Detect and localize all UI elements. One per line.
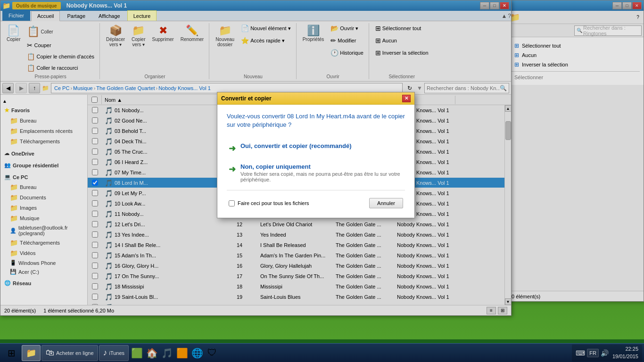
dialog-question: Voulez-vous convertir 08 Lord In My Hear… [227,112,405,129]
dialog-body: Voulez-vous convertir 08 Lord In My Hear… [217,105,414,218]
arrow-no-icon: ➜ [229,164,236,174]
dialog-convertir: Convertir et copier ✕ Voulez-vous conver… [217,92,415,218]
dialog-cancel-btn[interactable]: Annuler [369,198,403,208]
dialog-checkbox-label[interactable]: Faire ceci pour tous les fichiers [229,200,309,206]
dialog-option-yes-title: Oui, convertir et copier (recommandé) [240,142,352,149]
dialog-checkbox-text: Faire ceci pour tous les fichiers [238,200,309,206]
dialog-overlay: Convertir et copier ✕ Voulez-vous conver… [0,0,644,362]
dialog-close-btn[interactable]: ✕ [402,95,411,102]
dialog-option-no[interactable]: ➜ Non, copier uniquement Votre fichier s… [227,159,405,186]
dialog-all-files-checkbox[interactable] [229,200,235,206]
dialog-title-bar: Convertir et copier ✕ [217,92,414,105]
dialog-footer: Faire ceci pour tous les fichiers Annule… [227,194,405,210]
dialog-option-no-title: Non, copier uniquement [240,163,403,170]
dialog-separator [227,190,405,190]
arrow-yes-icon: ➜ [229,143,236,154]
dialog-option-yes[interactable]: ➜ Oui, convertir et copier (recommandé) [227,139,405,157]
dialog-option-no-content: Non, copier uniquement Votre fichier ser… [240,163,403,182]
dialog-option-yes-content: Oui, convertir et copier (recommandé) [240,142,352,149]
dialog-option-no-desc: Votre fichier sera copié, mais ne pourra… [240,171,403,182]
dialog-title-text: Convertir et copier [221,95,272,102]
